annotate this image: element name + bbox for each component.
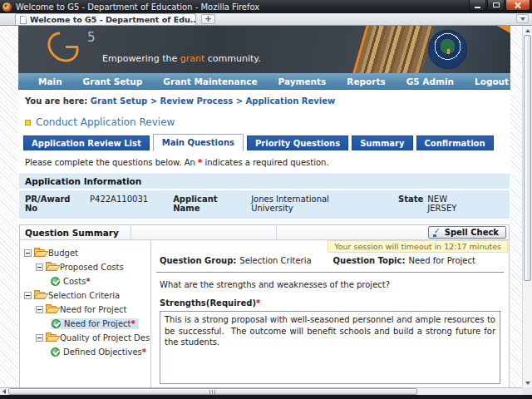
tab-summary[interactable]: Summary — [352, 135, 412, 150]
scroll-left-button[interactable] — [0, 388, 8, 395]
check-circle-icon — [51, 277, 60, 286]
page-icon — [20, 16, 27, 24]
g5-logo-5: 5 — [87, 30, 96, 45]
nav-item-logout[interactable]: Logout — [475, 76, 509, 86]
close-icon — [515, 2, 521, 8]
tree-item-selection-criteria[interactable]: Selection Criteria — [20, 288, 150, 303]
minimize-icon — [475, 7, 480, 8]
nav-item-grant-maintenance[interactable]: Grant Maintenance — [163, 76, 257, 86]
maximize-icon — [493, 2, 500, 7]
close-button[interactable] — [505, 0, 530, 11]
tree-item-need-for-project[interactable]: Need for Project* — [20, 317, 150, 331]
dept-of-education-seal — [428, 30, 467, 69]
nav-item-grant-setup[interactable]: Grant Setup — [83, 76, 143, 86]
collapse-icon[interactable] — [36, 306, 43, 313]
field-label: PR/Award No — [25, 195, 86, 213]
collapse-icon[interactable] — [24, 249, 32, 257]
tab-confirmation[interactable]: Confirmation — [416, 135, 494, 150]
divider — [156, 272, 504, 273]
minimize-button[interactable] — [469, 0, 486, 11]
header-divider — [276, 225, 277, 239]
tab-application-review-list[interactable]: Application Review List — [23, 135, 150, 150]
nav-item-g5-admin[interactable]: G5 Admin — [406, 76, 454, 86]
new-tab-button[interactable]: + — [201, 14, 215, 24]
nav-item-payments[interactable]: Payments — [278, 76, 327, 86]
tree-item-proposed-costs[interactable]: Proposed Costs — [20, 260, 150, 274]
folder-icon — [46, 306, 57, 313]
collapse-icon[interactable] — [36, 264, 43, 271]
panel-columns: Budget Proposed Costs Costs* — [20, 240, 509, 387]
horizontal-scroll-thumb[interactable] — [8, 388, 417, 395]
strengths-textarea[interactable]: This is a strong proposal with well-seas… — [160, 311, 500, 384]
bullet-icon — [25, 120, 31, 126]
g5-logo-g — [42, 26, 85, 68]
question-summary-tree: Budget Proposed Costs Costs* — [20, 240, 151, 387]
question-summary-header: Question Summary — [25, 228, 119, 238]
browser-tab[interactable]: Welcome to G5 - Department of Edu... — [15, 13, 196, 25]
scroll-up-button[interactable] — [523, 26, 532, 35]
browser-tabstrip: Welcome to G5 - Department of Edu... + — [0, 13, 532, 26]
question-meta: Question Group:Selection CriteriaQuestio… — [160, 256, 500, 265]
required-asterisk: * — [86, 277, 90, 286]
page-title-row: Conduct Application Review — [25, 116, 510, 128]
folder-icon — [34, 292, 45, 299]
tree-item-quality-of-project-design[interactable]: Quality of Project Design — [20, 331, 150, 345]
firefox-window: Welcome to G5 - Department of Education … — [0, 0, 532, 399]
chevron-down-icon — [520, 17, 525, 21]
banner-corner-accent — [497, 26, 510, 33]
tree-item-costs[interactable]: Costs* — [20, 274, 150, 288]
spell-check-icon — [433, 229, 441, 237]
tab-main-questions[interactable]: Main Questions — [153, 134, 244, 151]
browser-viewport: 5 Empowering the grant community. Main G… — [0, 26, 522, 387]
field-value: NEW JERSEY — [427, 195, 479, 213]
required-asterisk: * — [142, 347, 146, 357]
question-group-value: Selection Criteria — [239, 256, 311, 265]
window-title: Welcome to G5 - Department of Education … — [16, 2, 259, 12]
window-controls — [468, 0, 530, 11]
tree-item-defined-objectives[interactable]: Defined Objectives* — [20, 345, 150, 359]
collapse-icon[interactable] — [24, 292, 32, 299]
question-topic-value: Need for Project — [408, 256, 475, 265]
breadcrumb-link-review-process[interactable]: Review Process — [160, 96, 234, 106]
arrow-left-icon — [2, 389, 6, 394]
list-all-tabs-button[interactable] — [516, 14, 529, 23]
review-panel: Question Summary Spell Check Budg — [19, 224, 510, 387]
tree-item-budget[interactable]: Budget — [20, 246, 150, 260]
header-divider — [131, 225, 131, 239]
tab-priority-questions[interactable]: Priority Questions — [247, 135, 348, 150]
window-titlebar: Welcome to G5 - Department of Education … — [0, 0, 532, 13]
collapse-icon[interactable] — [36, 334, 43, 342]
selected-tree-item: Need for Project* — [51, 318, 139, 329]
field-label: State — [398, 195, 423, 213]
required-asterisk: * — [131, 319, 135, 328]
folder-icon — [46, 334, 57, 342]
maximize-button[interactable] — [487, 0, 505, 11]
tree-item-need-for-project-folder[interactable]: Need for Project — [20, 303, 150, 317]
page-tabs: Application Review List Main Questions P… — [18, 134, 510, 150]
breadcrumb-prefix: You are here: — [25, 96, 91, 106]
breadcrumb: You are here: Grant Setup > Review Proce… — [18, 90, 510, 107]
strengths-label: Strengths(Required)* — [160, 298, 500, 308]
nav-item-main[interactable]: Main — [38, 76, 62, 86]
field-value: P422A110031 — [90, 195, 148, 213]
horizontal-scrollbar[interactable] — [0, 387, 532, 395]
browser-tab-title: Welcome to G5 - Department of Edu... — [30, 15, 196, 24]
window-bottom-border — [0, 395, 532, 399]
application-info-row: PR/Award No P422A110031 Applicant Name J… — [19, 190, 510, 219]
check-circle-icon — [52, 319, 61, 328]
folder-icon — [46, 264, 57, 271]
breadcrumb-sep: > — [147, 96, 160, 106]
folder-icon — [34, 249, 45, 257]
nav-item-reports[interactable]: Reports — [347, 76, 385, 86]
check-circle-icon — [51, 347, 60, 357]
scroll-down-button[interactable] — [523, 378, 532, 387]
question-topic-label: Question Topic: — [333, 256, 406, 265]
session-timeout-message: Your session will timeout in 12:17 minut… — [328, 240, 508, 253]
breadcrumb-link-application-review[interactable]: Application Review — [246, 96, 336, 106]
application-info-panel: Application Information PR/Award No P422… — [19, 173, 510, 219]
spell-check-button[interactable]: Spell Check — [428, 226, 506, 239]
page-title: Conduct Application Review — [36, 116, 175, 128]
breadcrumb-link-grant-setup[interactable]: Grant Setup — [91, 96, 147, 106]
vertical-scrollbar[interactable] — [522, 26, 532, 387]
vertical-scroll-thumb[interactable] — [524, 35, 531, 281]
